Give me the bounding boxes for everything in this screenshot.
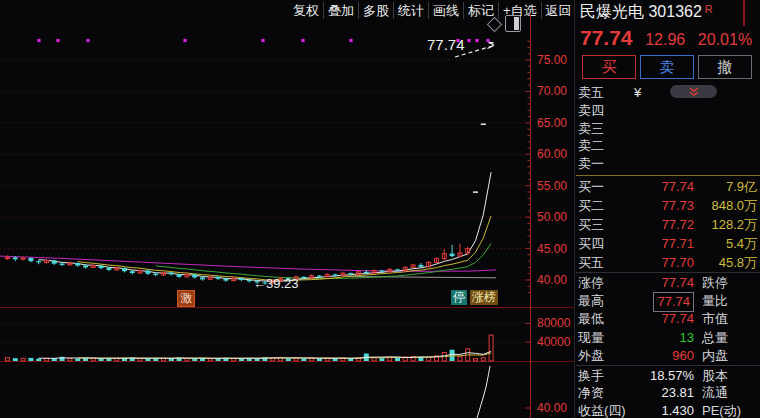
volume-bar-down xyxy=(379,358,384,361)
volume-bar-down xyxy=(333,358,338,361)
volume-bar-up xyxy=(489,335,493,361)
ask-label: 卖四 xyxy=(578,102,604,120)
volume-bar-up xyxy=(115,359,119,361)
stat-value: 1.430 xyxy=(661,402,694,418)
stat-label: 涨停 xyxy=(578,274,604,292)
event-marker-dot xyxy=(86,39,89,42)
candle-down xyxy=(52,261,57,264)
volume-bar-up xyxy=(474,359,478,361)
candle-down xyxy=(13,257,18,259)
ask-row[interactable]: 卖二 xyxy=(576,137,760,155)
panel-divider xyxy=(574,0,575,418)
event-marker-dot xyxy=(37,39,40,42)
ask-label: 卖五 xyxy=(578,84,604,102)
ask-levels: 卖五¥卖四卖三卖二卖一 xyxy=(576,84,760,173)
app-window: 复权叠加多股统计画线标记+自选返回 75.0070.0065.0060.0055… xyxy=(0,0,760,418)
stat-row: 现量13总量 xyxy=(576,329,760,347)
stat-row: 净资23.81流通 xyxy=(576,384,760,401)
stat-label-2: 内盘 xyxy=(702,347,728,365)
stat-label-2: 股本 xyxy=(702,367,728,384)
chart-tag[interactable]: 停 xyxy=(451,290,467,305)
candle-down xyxy=(379,271,384,272)
stat-value: 13 xyxy=(680,329,694,347)
volume-bar-up xyxy=(21,358,25,361)
stat-label: 换手 xyxy=(578,367,604,384)
volume-bar-up xyxy=(162,358,166,361)
kline-chart[interactable]: 75.0070.0065.0060.0055.0050.0045.0040.00… xyxy=(0,12,576,418)
limit-doji-candle xyxy=(481,123,486,125)
candle-down xyxy=(364,272,369,273)
stat-label: 外盘 xyxy=(578,347,604,365)
bid-row[interactable]: 买三77.72128.2万 xyxy=(576,215,760,234)
chart-tag[interactable]: 激 xyxy=(177,290,195,307)
bid-row[interactable]: 买一77.747.9亿 xyxy=(576,177,760,196)
candle-down xyxy=(36,261,41,262)
event-marker-dot xyxy=(56,39,59,42)
bid-label: 买二 xyxy=(578,196,604,215)
candle-down xyxy=(317,276,322,277)
bid-amount: 5.4万 xyxy=(726,234,757,253)
buy-button[interactable]: 买 xyxy=(582,55,636,79)
bid-price: 77.70 xyxy=(661,253,694,272)
ask-row[interactable]: 卖三 xyxy=(576,120,760,138)
sell-button[interactable]: 卖 xyxy=(640,55,694,79)
cancel-order-button[interactable]: 撤 xyxy=(698,55,752,79)
volume-bar-up xyxy=(232,359,236,361)
volume-bar-down xyxy=(317,359,322,361)
candle-down xyxy=(130,271,135,273)
price-axis-label: 50.00 xyxy=(537,210,567,224)
volume-bar-down xyxy=(286,358,291,361)
stat-label-2: 总量 xyxy=(702,329,728,347)
candle-down xyxy=(28,258,33,261)
volume-axis-label: 40000 xyxy=(537,335,571,349)
ask-row[interactable]: 卖五¥ xyxy=(576,84,760,102)
bid-amount: 848.0万 xyxy=(711,196,757,215)
bid-price: 77.72 xyxy=(661,215,694,234)
volume-bar-up xyxy=(68,358,72,361)
volume-bar-up xyxy=(427,357,431,361)
section-separator xyxy=(576,365,760,366)
stat-label: 收益(四) xyxy=(578,402,626,418)
stat-value: 77.74 xyxy=(661,274,694,292)
candle-down xyxy=(247,280,252,281)
volume-bar-down xyxy=(450,350,455,361)
stock-code: 301362 xyxy=(648,3,701,20)
bid-price: 77.73 xyxy=(661,196,694,215)
volume-bar-down xyxy=(255,358,260,361)
bid-row[interactable]: 买五77.7045.8万 xyxy=(576,253,760,272)
candle-down xyxy=(200,277,205,279)
stock-title: 民爆光电 301362R xyxy=(580,2,713,23)
candle-down xyxy=(239,278,244,280)
bid-row[interactable]: 买四77.715.4万 xyxy=(576,234,760,253)
bid-price: 77.74 xyxy=(661,177,694,196)
ask-row[interactable]: 卖一 xyxy=(576,155,760,173)
chart-tag[interactable]: 涨榜 xyxy=(470,290,498,305)
bid-price: 77.71 xyxy=(661,234,694,253)
bid-label: 买四 xyxy=(578,234,604,253)
registration-badge: R xyxy=(705,3,713,15)
volume-bar-up xyxy=(91,358,95,361)
bid-label: 买五 xyxy=(578,253,604,272)
volume-bar-down xyxy=(75,359,80,361)
candle-down xyxy=(145,271,150,274)
currency-symbol: ¥ xyxy=(634,84,641,102)
stat-label-2: PE(动) xyxy=(702,402,741,418)
candle-down xyxy=(450,254,455,257)
stat-value: 77.74 xyxy=(653,292,694,312)
current-price: 77.74 xyxy=(580,26,633,49)
stat-label-2: 跌停 xyxy=(702,274,728,292)
stat-value: 960 xyxy=(672,347,694,365)
event-marker-dot xyxy=(475,39,478,42)
stat-label-2: 量比 xyxy=(702,292,728,310)
bid-label: 买三 xyxy=(578,215,604,234)
candle-down xyxy=(348,273,353,274)
stat-row: 收益(四)1.430PE(动) xyxy=(576,402,760,418)
price-axis-label: 70.00 xyxy=(537,84,567,98)
price-axis-label: 60.00 xyxy=(537,147,567,161)
ask-row[interactable]: 卖四 xyxy=(576,102,760,120)
bid-row[interactable]: 买二77.73848.0万 xyxy=(576,196,760,215)
stat-label-2: 流通 xyxy=(702,384,728,401)
stat-row: 涨停77.74跌停 xyxy=(576,274,760,292)
collapse-asks-button[interactable] xyxy=(670,85,717,98)
stat-row: 外盘960内盘 xyxy=(576,347,760,365)
